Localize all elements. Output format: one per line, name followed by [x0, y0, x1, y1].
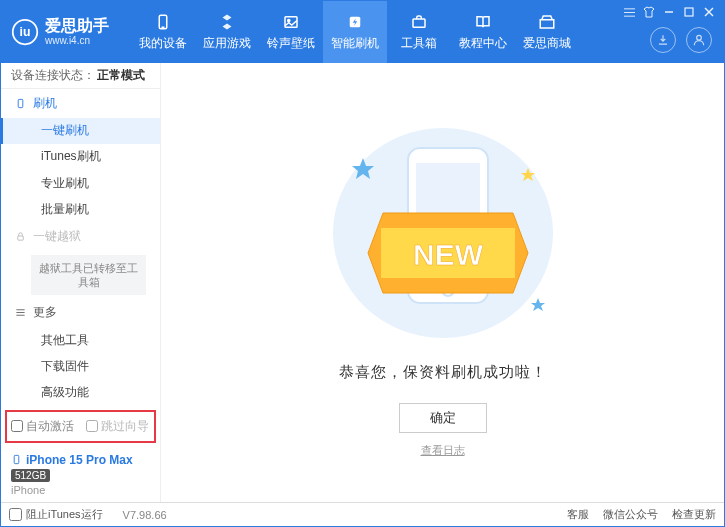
body: 设备连接状态：正常模式 刷机 一键刷机 iTunes刷机 专业刷机 批量刷机 一…	[1, 63, 724, 502]
success-illustration: NEW	[313, 113, 573, 346]
sidebar-item-other[interactable]: 其他工具	[1, 327, 160, 353]
svg-point-15	[697, 35, 702, 40]
more-icon	[15, 307, 27, 319]
flash-icon	[345, 12, 365, 32]
sidebar-section-flash[interactable]: 刷机	[1, 89, 160, 117]
sidebar-item-pro[interactable]: 专业刷机	[1, 170, 160, 196]
nav-my-device[interactable]: 我的设备	[131, 1, 195, 63]
logo-title: 爱思助手	[45, 17, 109, 35]
footer: 阻止iTunes运行 V7.98.66 客服 微信公众号 检查更新	[1, 502, 724, 526]
auto-activate-checkbox[interactable]: 自动激活	[11, 418, 74, 435]
menu-icon[interactable]	[622, 5, 636, 19]
nav-toolbox[interactable]: 工具箱	[387, 1, 451, 63]
logo-sub: www.i4.cn	[45, 35, 109, 47]
footer-link-update[interactable]: 检查更新	[672, 507, 716, 522]
footer-link-wechat[interactable]: 微信公众号	[603, 507, 658, 522]
sidebar-section-more[interactable]: 更多	[1, 299, 160, 327]
nav-store[interactable]: 爱思商城	[515, 1, 579, 63]
view-log-link[interactable]: 查看日志	[421, 443, 465, 458]
device-type: iPhone	[11, 484, 150, 496]
user-button[interactable]	[686, 27, 712, 53]
logo-icon: iu	[11, 18, 39, 46]
minimize-icon[interactable]	[662, 5, 676, 19]
main-content: NEW 恭喜您，保资料刷机成功啦！ 确定 查看日志	[161, 63, 724, 502]
toolbox-icon	[409, 12, 429, 32]
svg-text:iu: iu	[20, 25, 31, 39]
close-icon[interactable]	[702, 5, 716, 19]
jailbreak-note: 越狱工具已转移至工具箱	[31, 255, 146, 295]
svg-rect-17	[18, 236, 24, 240]
nav-tutorials[interactable]: 教程中心	[451, 1, 515, 63]
lock-icon	[15, 231, 27, 243]
block-itunes-checkbox[interactable]: 阻止iTunes运行	[9, 507, 103, 522]
logo[interactable]: iu 爱思助手 www.i4.cn	[1, 1, 131, 63]
svg-rect-12	[685, 8, 693, 16]
download-button[interactable]	[650, 27, 676, 53]
svg-rect-21	[14, 456, 19, 464]
device-small-icon	[11, 454, 22, 465]
version-label: V7.98.66	[123, 509, 167, 521]
sidebar-item-advanced[interactable]: 高级功能	[1, 380, 160, 406]
sidebar-item-itunes[interactable]: iTunes刷机	[1, 144, 160, 170]
sidebar-section-jailbreak: 一键越狱	[1, 223, 160, 251]
nav-ringtones[interactable]: 铃声壁纸	[259, 1, 323, 63]
phone-icon	[15, 97, 27, 109]
options-highlight: 自动激活 跳过向导	[5, 410, 156, 443]
skin-icon[interactable]	[642, 5, 656, 19]
image-icon	[281, 12, 301, 32]
maximize-icon[interactable]	[682, 5, 696, 19]
svg-rect-7	[413, 19, 425, 27]
nav-apps[interactable]: 应用游戏	[195, 1, 259, 63]
sidebar-item-oneclick[interactable]: 一键刷机	[1, 118, 160, 144]
storage-badge: 512GB	[11, 469, 50, 482]
device-info[interactable]: iPhone 15 Pro Max 512GB iPhone	[1, 447, 160, 502]
ok-button[interactable]: 确定	[399, 403, 487, 433]
store-icon	[537, 12, 557, 32]
skip-guide-checkbox[interactable]: 跳过向导	[86, 418, 149, 435]
sidebar-item-firmware[interactable]: 下载固件	[1, 353, 160, 379]
device-status: 设备连接状态：正常模式	[1, 63, 160, 89]
nav-flash[interactable]: 智能刷机	[323, 1, 387, 63]
book-icon	[473, 12, 493, 32]
app-header: iu 爱思助手 www.i4.cn 我的设备 应用游戏 铃声壁纸 智能刷机 工具…	[1, 1, 724, 63]
svg-rect-16	[18, 99, 23, 107]
svg-marker-30	[531, 298, 545, 311]
svg-point-5	[288, 19, 290, 21]
apps-icon	[217, 12, 237, 32]
success-message: 恭喜您，保资料刷机成功啦！	[161, 363, 724, 382]
footer-link-support[interactable]: 客服	[567, 507, 589, 522]
device-icon	[153, 12, 173, 32]
svg-text:NEW: NEW	[413, 238, 484, 271]
sidebar: 设备连接状态：正常模式 刷机 一键刷机 iTunes刷机 专业刷机 批量刷机 一…	[1, 63, 161, 502]
sidebar-item-batch[interactable]: 批量刷机	[1, 196, 160, 222]
